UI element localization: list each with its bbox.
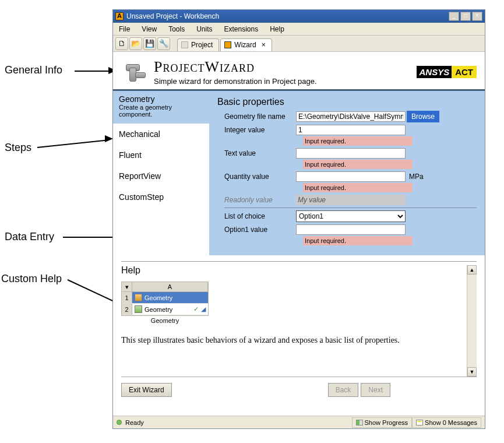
- show-messages-label: Show 0 Messages: [425, 419, 477, 426]
- logo-ansys: ANSYS: [417, 66, 452, 78]
- choice-label: List of choice: [217, 212, 296, 220]
- anno-custom-help: Custom Help: [1, 273, 62, 285]
- minimize-button[interactable]: _: [449, 12, 459, 21]
- table-corner[interactable]: ▾: [122, 282, 132, 291]
- new-button[interactable]: 🗋: [115, 37, 128, 50]
- maximize-button[interactable]: □: [460, 12, 471, 21]
- close-button[interactable]: ×: [472, 12, 482, 21]
- progress-icon: [356, 420, 363, 426]
- geometry-file-label: Geometry file name: [217, 112, 296, 121]
- menu-file[interactable]: File: [117, 24, 132, 34]
- text-value-label: Text value: [217, 149, 296, 157]
- quantity-value-input[interactable]: [296, 171, 406, 182]
- quantity-error: Input required.: [303, 183, 413, 192]
- next-button[interactable]: Next: [361, 383, 390, 397]
- show-progress-label: Show Progress: [365, 419, 408, 426]
- window-buttons: _ □ ×: [447, 12, 482, 21]
- readonly-value-label: Readonly value: [217, 196, 296, 204]
- tab-project[interactable]: Project: [177, 38, 219, 51]
- wizard-header: ProjectWizard Simple wizard for demonstr…: [113, 52, 485, 91]
- open-button[interactable]: 📂: [129, 37, 142, 50]
- integer-value-input[interactable]: [296, 125, 406, 135]
- step-customstep[interactable]: CustomStep: [113, 187, 209, 208]
- page-title: ProjectWizard: [154, 58, 317, 76]
- table-row[interactable]: 1 Geometry: [122, 292, 208, 304]
- row-label: Geometry: [144, 306, 172, 313]
- quantity-value-label: Quantity value: [217, 173, 296, 181]
- scroll-track[interactable]: [467, 275, 477, 367]
- table-row[interactable]: 2 Geometry✓◢: [122, 304, 208, 315]
- geometry-file-input[interactable]: [296, 111, 406, 122]
- geometry-cell-icon: [135, 305, 142, 313]
- content-area: ProjectWizard Simple wizard for demonstr…: [113, 52, 485, 416]
- step-fluent[interactable]: Fluent: [113, 145, 209, 166]
- menu-help[interactable]: Help: [267, 24, 287, 34]
- table-col-a: A: [132, 282, 208, 291]
- row-label: Geometry: [144, 294, 172, 301]
- status-indicator-icon: [117, 420, 122, 425]
- tab-project-label: Project: [191, 41, 213, 49]
- show-progress-button[interactable]: Show Progress: [352, 417, 413, 428]
- row-index: 1: [122, 292, 132, 303]
- arrow-line: [37, 140, 106, 148]
- browse-button[interactable]: Browse: [407, 111, 439, 122]
- tab-close-icon[interactable]: ×: [262, 41, 266, 49]
- statusbar: Ready Show Progress Show 0 Messages: [113, 416, 485, 428]
- geometry-solid-icon: [135, 294, 142, 301]
- tab-wizard[interactable]: Wizard ×: [220, 38, 272, 51]
- menu-units[interactable]: Units: [194, 24, 214, 34]
- back-button[interactable]: Back: [328, 383, 359, 397]
- readonly-value: My value: [296, 195, 406, 205]
- quantity-unit: MPa: [409, 173, 424, 181]
- row-index: 2: [122, 304, 132, 315]
- choice-select[interactable]: Option1: [296, 210, 406, 222]
- tab-wizard-label: Wizard: [234, 41, 256, 49]
- menubar: File View Tools Units Extensions Help: [113, 23, 485, 36]
- table-caption: Geometry: [121, 317, 209, 324]
- help-scrollbar[interactable]: ▲ ▼: [467, 265, 477, 377]
- text-error: Input required.: [303, 160, 413, 169]
- titlebar: Unsaved Project - Workbench _ □ ×: [113, 10, 485, 23]
- header-text: ProjectWizard Simple wizard for demonstr…: [154, 58, 317, 86]
- integer-value-label: Integer value: [217, 126, 296, 134]
- ansys-act-logo: ANSYSACT: [417, 65, 477, 79]
- separator: [224, 208, 477, 208]
- scroll-up-icon[interactable]: ▲: [467, 265, 477, 275]
- step-geometry-desc: Create a geometry component.: [119, 104, 203, 118]
- text-value-input[interactable]: [296, 148, 406, 159]
- step-geometry[interactable]: Geometry Create a geometry component.: [113, 91, 209, 124]
- scroll-down-icon[interactable]: ▼: [467, 367, 477, 377]
- menu-tools[interactable]: Tools: [166, 24, 187, 34]
- dropdown-icon[interactable]: ◢: [201, 305, 206, 313]
- main-row: Geometry Create a geometry component. Me…: [113, 91, 485, 255]
- step-reportview[interactable]: ReportView: [113, 166, 209, 187]
- app-window: Unsaved Project - Workbench _ □ × File V…: [112, 9, 485, 429]
- help-mini-table: ▾ A 1 Geometry 2 Geometry✓◢: [121, 282, 209, 316]
- tool-button[interactable]: 🔧: [157, 37, 170, 50]
- menu-extensions[interactable]: Extensions: [222, 24, 261, 34]
- show-messages-button[interactable]: Show 0 Messages: [412, 417, 481, 428]
- check-icon: ✓: [193, 305, 199, 313]
- anno-general-info: General Info: [5, 64, 62, 76]
- option1-value-label: Option1 value: [217, 226, 296, 234]
- arrow-head: [105, 135, 113, 142]
- save-button[interactable]: 💾: [143, 37, 156, 50]
- status-text: Ready: [125, 419, 144, 426]
- exit-wizard-button[interactable]: Exit Wizard: [121, 383, 172, 397]
- help-body: This step illustrates basic behaviors of…: [121, 336, 477, 345]
- form-title: Basic properties: [217, 97, 477, 107]
- help-title: Help: [121, 265, 477, 276]
- toolbar: 🗋 📂 💾 🔧 Project Wizard ×: [113, 36, 485, 52]
- messages-icon: [416, 420, 423, 426]
- integer-error: Input required.: [303, 136, 413, 146]
- tabstrip: Project Wizard ×: [177, 36, 273, 51]
- logo-act: ACT: [452, 66, 477, 78]
- option1-error: Input required.: [303, 236, 413, 245]
- page-subtitle: Simple wizard for demonstration in Proje…: [154, 77, 317, 86]
- step-mechanical[interactable]: Mechanical: [113, 124, 209, 145]
- anno-steps: Steps: [5, 142, 31, 154]
- wizard-icon: [224, 41, 231, 48]
- option1-value-input[interactable]: [296, 224, 406, 235]
- footer: Exit Wizard Back Next: [121, 377, 477, 403]
- menu-view[interactable]: View: [139, 24, 159, 34]
